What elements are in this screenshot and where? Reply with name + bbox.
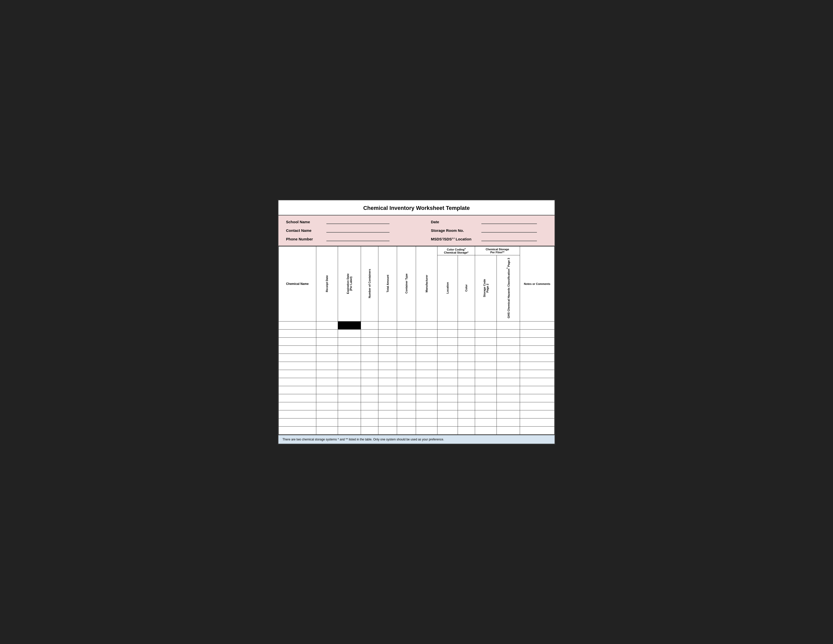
table-cell[interactable] xyxy=(437,386,458,394)
table-row[interactable] xyxy=(279,362,555,370)
table-cell[interactable] xyxy=(378,426,397,435)
table-cell[interactable] xyxy=(475,362,497,370)
table-cell[interactable] xyxy=(316,346,338,354)
table-cell[interactable] xyxy=(520,402,554,410)
table-cell[interactable] xyxy=(361,426,378,435)
table-cell[interactable] xyxy=(397,321,416,329)
table-cell[interactable] xyxy=(338,402,361,410)
table-cell[interactable] xyxy=(437,370,458,378)
table-cell[interactable] xyxy=(316,418,338,426)
table-cell[interactable] xyxy=(378,337,397,346)
table-cell[interactable] xyxy=(437,321,458,329)
table-cell[interactable] xyxy=(338,426,361,435)
table-row[interactable] xyxy=(279,329,555,337)
table-cell[interactable] xyxy=(279,402,316,410)
table-cell[interactable] xyxy=(338,410,361,418)
table-cell[interactable] xyxy=(458,362,475,370)
table-cell[interactable] xyxy=(458,354,475,362)
table-cell[interactable] xyxy=(361,362,378,370)
table-cell[interactable] xyxy=(475,394,497,402)
table-cell[interactable] xyxy=(475,418,497,426)
table-row[interactable] xyxy=(279,354,555,362)
table-cell[interactable] xyxy=(397,418,416,426)
table-cell[interactable] xyxy=(338,362,361,370)
table-cell[interactable] xyxy=(497,410,520,418)
table-cell[interactable] xyxy=(437,378,458,386)
table-cell[interactable] xyxy=(316,370,338,378)
table-cell[interactable] xyxy=(279,329,316,337)
table-cell[interactable] xyxy=(416,321,437,329)
table-cell[interactable] xyxy=(338,386,361,394)
phone-number-field[interactable] xyxy=(326,237,389,241)
table-row[interactable] xyxy=(279,386,555,394)
table-cell[interactable] xyxy=(416,362,437,370)
table-cell[interactable] xyxy=(475,337,497,346)
table-row[interactable] xyxy=(279,337,555,346)
table-cell[interactable] xyxy=(497,394,520,402)
table-cell[interactable] xyxy=(378,402,397,410)
table-cell[interactable] xyxy=(520,337,554,346)
table-cell[interactable] xyxy=(397,410,416,418)
table-cell[interactable] xyxy=(279,362,316,370)
table-cell[interactable] xyxy=(338,346,361,354)
table-cell[interactable] xyxy=(378,329,397,337)
table-cell[interactable] xyxy=(520,321,554,329)
table-cell[interactable] xyxy=(416,402,437,410)
table-cell[interactable] xyxy=(378,321,397,329)
table-row[interactable] xyxy=(279,346,555,354)
table-cell[interactable] xyxy=(497,337,520,346)
table-cell[interactable] xyxy=(458,394,475,402)
table-cell[interactable] xyxy=(520,426,554,435)
table-cell[interactable] xyxy=(437,362,458,370)
table-cell[interactable] xyxy=(378,378,397,386)
table-cell[interactable] xyxy=(316,386,338,394)
table-cell[interactable] xyxy=(437,346,458,354)
table-cell[interactable] xyxy=(475,410,497,418)
table-row[interactable] xyxy=(279,370,555,378)
table-cell[interactable] xyxy=(497,346,520,354)
table-cell[interactable] xyxy=(397,402,416,410)
table-cell[interactable] xyxy=(397,337,416,346)
table-cell[interactable] xyxy=(338,337,361,346)
table-cell[interactable] xyxy=(397,354,416,362)
table-cell[interactable] xyxy=(397,386,416,394)
table-cell[interactable] xyxy=(378,362,397,370)
table-cell[interactable] xyxy=(475,426,497,435)
storage-room-field[interactable] xyxy=(481,228,537,233)
table-cell[interactable] xyxy=(416,329,437,337)
table-cell[interactable] xyxy=(458,402,475,410)
table-cell[interactable] xyxy=(416,386,437,394)
table-cell[interactable] xyxy=(497,426,520,435)
table-cell[interactable] xyxy=(520,378,554,386)
table-cell[interactable] xyxy=(458,346,475,354)
table-cell[interactable] xyxy=(437,394,458,402)
table-cell[interactable] xyxy=(361,394,378,402)
table-cell[interactable] xyxy=(316,378,338,386)
table-cell[interactable] xyxy=(458,410,475,418)
table-cell[interactable] xyxy=(279,386,316,394)
table-cell[interactable] xyxy=(416,337,437,346)
table-cell[interactable] xyxy=(520,362,554,370)
table-cell[interactable] xyxy=(361,337,378,346)
table-cell[interactable] xyxy=(497,370,520,378)
table-cell[interactable] xyxy=(416,394,437,402)
table-cell[interactable] xyxy=(520,410,554,418)
table-cell[interactable] xyxy=(338,321,361,329)
table-cell[interactable] xyxy=(397,426,416,435)
table-cell[interactable] xyxy=(338,329,361,337)
table-row[interactable] xyxy=(279,426,555,435)
table-row[interactable] xyxy=(279,378,555,386)
table-row[interactable] xyxy=(279,394,555,402)
table-cell[interactable] xyxy=(475,321,497,329)
table-cell[interactable] xyxy=(458,329,475,337)
table-cell[interactable] xyxy=(361,410,378,418)
table-cell[interactable] xyxy=(316,337,338,346)
table-cell[interactable] xyxy=(338,394,361,402)
table-cell[interactable] xyxy=(397,362,416,370)
table-cell[interactable] xyxy=(279,370,316,378)
table-cell[interactable] xyxy=(279,354,316,362)
table-cell[interactable] xyxy=(361,354,378,362)
table-cell[interactable] xyxy=(458,386,475,394)
table-cell[interactable] xyxy=(458,321,475,329)
school-name-field[interactable] xyxy=(326,219,389,224)
